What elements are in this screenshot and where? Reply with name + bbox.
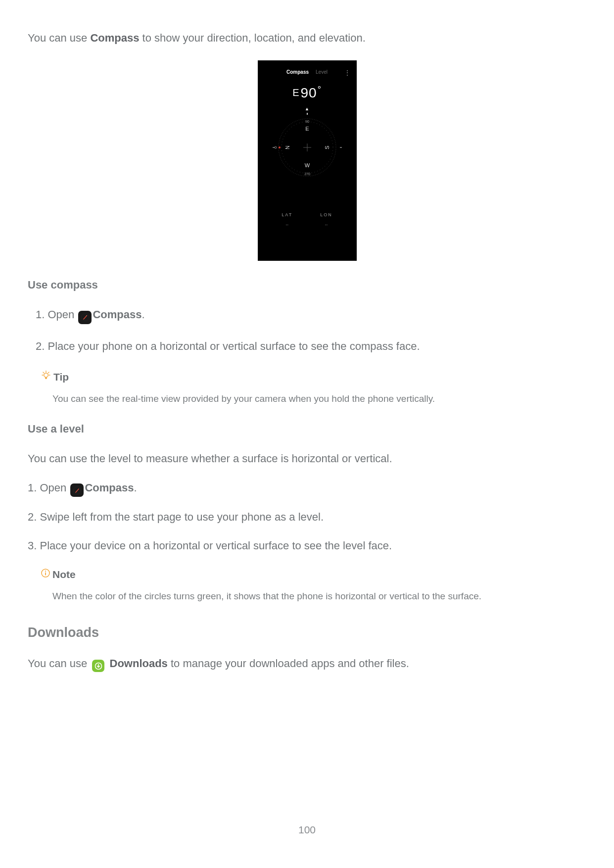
tip-label: Tip — [53, 369, 69, 386]
compass-dial: E W N S 90 270 — [273, 113, 342, 182]
step-level-3: 3. Place your device on a horizontal or … — [28, 537, 586, 554]
intro-pre: You can use — [28, 32, 90, 44]
screenshot-container: Compass Level ⋮ E90° ▲ — [28, 60, 586, 261]
direction-marker-icon: ▲ — [305, 106, 309, 113]
level1-app: Compass — [85, 482, 134, 494]
step1-pre: 1. Open — [36, 308, 77, 321]
heading-use-compass: Use compass — [28, 277, 586, 293]
latlon-row: LAT -- LON -- — [282, 212, 332, 228]
downloads-intro: You can use Downloads to manage your dow… — [28, 655, 586, 673]
step-compass-1: 1. Open Compass. — [36, 306, 586, 324]
lat-col: LAT -- — [282, 212, 292, 228]
steps-compass: 1. Open Compass. 2. Place your phone on … — [28, 306, 586, 355]
svg-line-15 — [48, 372, 49, 373]
phone-tab-compass: Compass — [286, 68, 309, 76]
intro-bold: Compass — [90, 32, 139, 44]
downloads-post: to manage your downloaded apps and other… — [168, 657, 409, 670]
compass-dial-svg: E W N S 90 270 — [273, 113, 342, 182]
compass-app-icon — [78, 311, 92, 324]
lon-col: LON -- — [320, 212, 332, 228]
svg-point-18 — [45, 571, 46, 572]
level1-post: . — [134, 482, 137, 494]
svg-point-4 — [275, 146, 277, 148]
lat-value: -- — [286, 222, 288, 228]
steps-level: 1. Open Compass. 2. Swipe left from the … — [28, 480, 586, 555]
intro-paragraph: You can use Compass to show your directi… — [28, 30, 586, 47]
dial-tick-270: 270 — [304, 172, 310, 176]
dial-n: N — [284, 145, 290, 149]
step1-app: Compass — [93, 308, 142, 321]
lon-value: -- — [325, 222, 328, 228]
downloads-bold: Downloads — [106, 657, 167, 670]
reading-degrees: 90 — [300, 85, 317, 100]
phone-tab-level: Level — [316, 68, 328, 76]
level1-pre: 1. Open — [28, 482, 69, 494]
downloads-app-icon — [92, 660, 104, 672]
compass-app-icon — [70, 483, 84, 497]
step-level-2: 2. Swipe left from the start page to use… — [28, 509, 586, 526]
svg-point-5 — [279, 146, 281, 148]
page-number: 100 — [0, 822, 614, 838]
step-compass-2: 2. Place your phone on a horizontal or v… — [36, 338, 586, 355]
lightbulb-icon — [41, 369, 51, 386]
dial-w: W — [304, 162, 310, 168]
tip-callout: Tip You can see the real-time view provi… — [41, 369, 586, 406]
reading-direction: E — [292, 87, 299, 98]
heading-use-level: Use a level — [28, 421, 586, 437]
tip-header: Tip — [41, 369, 586, 386]
info-icon — [41, 566, 50, 583]
step1-post: . — [142, 308, 144, 321]
step-level-1: 1. Open Compass. — [28, 480, 586, 497]
dial-e: E — [305, 126, 309, 132]
note-body: When the color of the circles turns gree… — [41, 589, 586, 603]
lat-label: LAT — [282, 212, 292, 219]
svg-line-14 — [43, 372, 44, 373]
compass-reading: E90° — [292, 82, 322, 103]
note-callout: Note When the color of the circles turns… — [41, 566, 586, 604]
intro-post: to show your direction, location, and el… — [139, 32, 365, 44]
dial-s: S — [324, 145, 330, 149]
kebab-icon: ⋮ — [344, 68, 350, 78]
level-intro: You can use the level to measure whether… — [28, 450, 586, 467]
heading-downloads: Downloads — [28, 623, 586, 643]
note-header: Note — [41, 566, 586, 583]
svg-point-10 — [44, 373, 48, 377]
lon-label: LON — [320, 212, 332, 219]
phone-tabs: Compass Level ⋮ — [263, 68, 352, 76]
downloads-pre: You can use — [28, 657, 90, 670]
tip-body: You can see the real-time view provided … — [41, 391, 586, 406]
reading-degree-symbol: ° — [318, 85, 322, 95]
note-label: Note — [52, 567, 76, 583]
dial-tick-90: 90 — [305, 120, 309, 123]
svg-rect-19 — [45, 573, 46, 576]
phone-screenshot: Compass Level ⋮ E90° ▲ — [258, 60, 357, 261]
